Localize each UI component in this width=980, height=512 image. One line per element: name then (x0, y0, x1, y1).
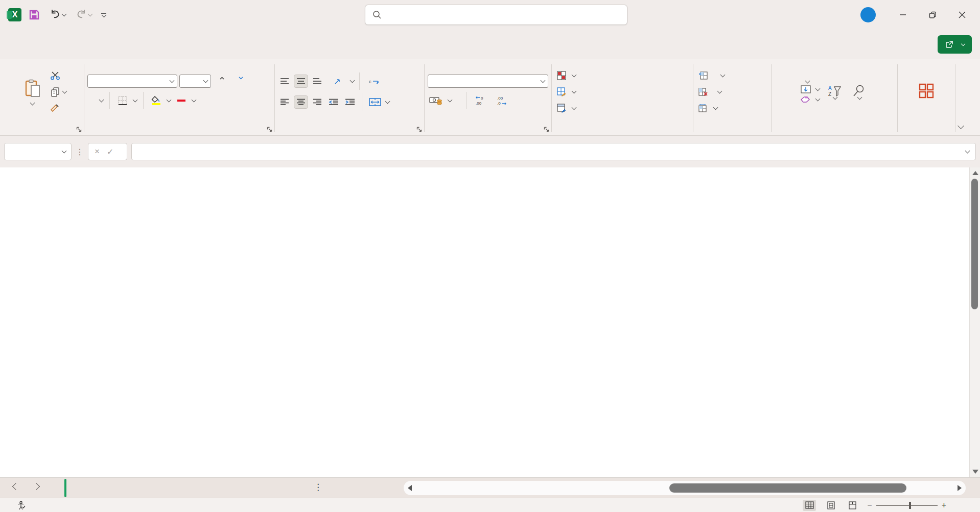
delete-cells-button[interactable] (696, 85, 724, 99)
customize-qat-button[interactable] (99, 11, 108, 19)
merge-center-button[interactable] (367, 96, 383, 108)
font-color-dropdown-icon[interactable] (192, 97, 197, 102)
scroll-right-icon[interactable] (958, 485, 962, 491)
zoom-in-icon[interactable]: + (942, 501, 946, 510)
fill-color-dropdown-icon[interactable] (167, 97, 172, 102)
paste-button[interactable] (20, 77, 45, 107)
worksheet-area (0, 167, 980, 477)
insert-cells-button[interactable] (696, 68, 727, 83)
clear-button[interactable] (801, 96, 820, 103)
horizontal-scroll-thumb[interactable] (669, 483, 906, 493)
prev-sheet-icon[interactable] (12, 483, 19, 490)
find-select-button[interactable] (849, 84, 869, 100)
horizontal-scrollbar[interactable] (404, 481, 966, 495)
decrease-decimal-button[interactable]: .00.0 (493, 94, 509, 107)
number-format-combobox[interactable] (428, 75, 548, 88)
font-size-combobox[interactable] (179, 75, 211, 88)
collapse-ribbon-button[interactable] (959, 121, 963, 130)
account-avatar[interactable] (860, 7, 876, 22)
cut-button[interactable] (49, 69, 62, 82)
search-box[interactable] (365, 5, 627, 25)
expand-formula-bar-icon[interactable] (965, 149, 970, 154)
sort-filter-button[interactable]: AZ (825, 84, 844, 100)
align-right-button[interactable] (311, 96, 324, 108)
clipboard-dialog-launcher[interactable] (76, 127, 82, 132)
orientation-button[interactable] (327, 75, 347, 87)
editing-group: AZ (772, 61, 897, 135)
accounting-dropdown-icon[interactable] (448, 97, 453, 102)
top-align-button[interactable] (278, 75, 291, 87)
alignment-dialog-launcher[interactable] (416, 127, 422, 132)
name-box[interactable] (4, 143, 72, 160)
autosum-button[interactable] (801, 81, 820, 83)
decrease-font-size-button[interactable] (232, 75, 249, 87)
undo-button[interactable] (47, 7, 68, 22)
formula-bar-grip-icon[interactable]: ⋮ (76, 147, 84, 157)
vertical-scroll-thumb[interactable] (971, 179, 978, 309)
page-break-preview-button[interactable] (846, 500, 859, 511)
scroll-left-icon[interactable] (408, 485, 412, 491)
undo-icon (49, 9, 61, 20)
search-icon (372, 10, 382, 19)
underline-dropdown-icon[interactable] (99, 97, 104, 102)
font-dialog-launcher[interactable] (267, 127, 272, 132)
borders-dropdown-icon[interactable] (133, 97, 138, 102)
redo-dropdown-icon[interactable] (88, 12, 93, 17)
restore-button[interactable] (918, 4, 947, 26)
font-color-button[interactable] (175, 94, 188, 107)
conditional-formatting-button[interactable] (555, 68, 578, 83)
zoom-out-icon[interactable]: − (867, 501, 872, 510)
delete-cells-icon (698, 88, 708, 96)
minimize-button[interactable] (888, 4, 918, 26)
scroll-up-icon[interactable] (972, 171, 978, 175)
insert-cells-icon (698, 71, 708, 80)
share-button[interactable] (938, 35, 972, 54)
orientation-dropdown-icon[interactable] (350, 78, 355, 83)
close-button[interactable] (947, 4, 977, 26)
status-bar: − + (0, 498, 980, 512)
vertical-scrollbar[interactable] (969, 167, 980, 477)
svg-text:.00: .00 (497, 96, 503, 101)
accessibility-status[interactable] (17, 501, 29, 510)
font-family-combobox[interactable] (87, 75, 177, 88)
wrap-text-button[interactable]: c (365, 75, 383, 87)
editing-group-label (772, 122, 897, 135)
number-dialog-launcher[interactable] (544, 127, 549, 132)
addins-button[interactable] (914, 80, 939, 104)
cell-styles-button[interactable] (555, 101, 578, 115)
copy-button[interactable] (49, 86, 62, 98)
page-layout-view-button[interactable] (824, 500, 837, 511)
decrease-indent-button[interactable] (327, 96, 340, 108)
sheet-options-icon[interactable]: ⋮ (314, 482, 322, 493)
align-left-button[interactable] (278, 96, 291, 108)
merge-center-dropdown-icon[interactable] (385, 99, 390, 104)
formula-input[interactable] (131, 143, 976, 160)
format-as-table-button[interactable] (555, 85, 578, 99)
middle-align-button[interactable] (294, 75, 308, 87)
fill-button[interactable] (801, 85, 820, 93)
normal-view-button[interactable] (803, 500, 816, 511)
confirm-entry-button[interactable]: ✓ (107, 147, 113, 157)
alignment-group-label (275, 122, 424, 135)
center-button[interactable] (294, 96, 308, 108)
increase-decimal-button[interactable]: 0.00 (473, 94, 489, 107)
number-group: 0.00 .00.0 (425, 61, 551, 135)
scroll-down-icon[interactable] (972, 470, 978, 474)
cancel-entry-button[interactable]: × (95, 147, 100, 157)
format-cells-button[interactable] (696, 101, 719, 115)
copy-dropdown-icon[interactable] (62, 88, 67, 93)
accounting-format-button[interactable] (428, 94, 444, 107)
excel-app-icon[interactable]: X (8, 8, 21, 21)
format-painter-button[interactable] (49, 102, 62, 114)
zoom-slider[interactable]: − + (867, 501, 946, 510)
save-button[interactable] (27, 7, 42, 22)
next-sheet-icon[interactable] (33, 483, 40, 490)
undo-dropdown-icon[interactable] (62, 12, 67, 17)
bottom-align-button[interactable] (311, 75, 324, 87)
redo-button[interactable] (73, 7, 94, 22)
increase-indent-button[interactable] (343, 96, 357, 108)
increase-font-size-button[interactable] (213, 75, 230, 87)
zoom-slider-handle[interactable] (909, 502, 911, 509)
fill-color-button[interactable] (150, 94, 163, 107)
borders-button[interactable] (116, 94, 129, 107)
